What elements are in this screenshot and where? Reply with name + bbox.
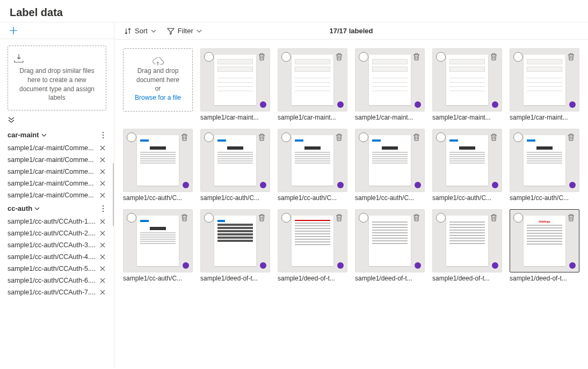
select-checkbox[interactable] — [204, 213, 214, 223]
file-row[interactable]: sample1/car-maint/Comme... — [8, 189, 106, 201]
delete-button[interactable] — [566, 52, 576, 62]
file-row[interactable]: sample1/car-maint/Comme... — [8, 166, 106, 178]
delete-button[interactable] — [334, 132, 344, 142]
select-checkbox[interactable] — [513, 213, 523, 223]
select-checkbox[interactable] — [204, 52, 214, 62]
thumbnail[interactable] — [278, 209, 347, 272]
thumbnail[interactable] — [355, 209, 425, 272]
delete-button[interactable] — [566, 132, 576, 142]
remove-file-button[interactable] — [99, 157, 106, 163]
select-checkbox[interactable] — [436, 132, 446, 142]
document-card[interactable]: sample1/cc-auth/C... — [123, 209, 193, 282]
browse-link[interactable]: Browse for a file — [135, 93, 181, 102]
select-checkbox[interactable] — [513, 52, 523, 62]
delete-button[interactable] — [334, 213, 344, 223]
document-card[interactable]: sample1/car-maint... — [355, 48, 425, 121]
remove-file-button[interactable] — [99, 231, 106, 236]
select-checkbox[interactable] — [281, 132, 291, 142]
document-card[interactable]: sample1/deed-of-t... — [355, 209, 425, 282]
thumbnail[interactable] — [200, 209, 270, 272]
delete-button[interactable] — [411, 213, 421, 223]
delete-button[interactable] — [566, 213, 576, 223]
document-card[interactable]: sample1/cc-auth/C... — [200, 129, 270, 202]
document-card[interactable]: sample1/car-maint... — [200, 48, 270, 121]
document-card[interactable]: sample1/deed-of-t... — [432, 209, 502, 282]
thumbnail[interactable] — [278, 129, 347, 192]
file-row[interactable]: sample1/cc-auth/CCAuth-7.... — [8, 286, 106, 298]
document-card[interactable]: sample1/cc-auth/C... — [278, 129, 347, 202]
file-row[interactable]: sample1/cc-auth/CCAuth-1.... — [8, 216, 106, 227]
file-row[interactable]: sample1/car-maint/Comme... — [8, 154, 106, 166]
thumbnail[interactable] — [432, 129, 502, 192]
group-toggle-car-maint[interactable]: car-maint — [8, 131, 47, 139]
add-button[interactable] — [10, 27, 104, 34]
file-row[interactable]: sample1/car-maint/Comme... — [8, 142, 106, 154]
file-row[interactable]: sample1/cc-auth/CCAuth-5.... — [8, 263, 106, 275]
delete-button[interactable] — [179, 132, 189, 142]
document-card[interactable]: sample1/car-maint... — [432, 48, 502, 121]
select-checkbox[interactable] — [281, 52, 291, 62]
thumbnail[interactable]: Holdings — [510, 209, 579, 272]
remove-file-button[interactable] — [99, 290, 106, 295]
sidebar-scrollbar[interactable] — [113, 163, 114, 227]
sort-button[interactable]: Sort — [124, 27, 156, 35]
remove-file-button[interactable] — [99, 181, 106, 186]
thumbnail[interactable] — [123, 129, 193, 192]
document-card[interactable]: Holdings sample1/deed-of-t... — [510, 209, 579, 282]
group-menu-cc-auth[interactable] — [100, 205, 106, 212]
thumbnail[interactable] — [278, 48, 347, 112]
document-card[interactable]: sample1/car-maint... — [278, 48, 347, 121]
file-row[interactable]: sample1/cc-auth/CCAuth-4.... — [8, 251, 106, 263]
thumbnail[interactable] — [510, 129, 579, 192]
delete-button[interactable] — [257, 213, 266, 223]
thumbnail[interactable] — [200, 129, 270, 192]
select-checkbox[interactable] — [127, 213, 136, 223]
remove-file-button[interactable] — [99, 169, 106, 174]
document-card[interactable]: sample1/deed-of-t... — [278, 209, 347, 282]
thumbnail[interactable] — [355, 48, 425, 112]
delete-button[interactable] — [489, 213, 498, 223]
delete-button[interactable] — [411, 52, 421, 62]
delete-button[interactable] — [257, 52, 266, 62]
select-checkbox[interactable] — [513, 132, 523, 142]
delete-button[interactable] — [489, 132, 498, 142]
remove-file-button[interactable] — [99, 219, 106, 224]
delete-button[interactable] — [489, 52, 498, 62]
document-card[interactable]: sample1/cc-auth/C... — [123, 129, 193, 202]
document-card[interactable]: sample1/cc-auth/C... — [355, 129, 425, 202]
thumbnail[interactable] — [200, 48, 270, 112]
select-checkbox[interactable] — [359, 52, 368, 62]
expand-all-toggle[interactable] — [8, 116, 106, 123]
select-checkbox[interactable] — [359, 213, 368, 223]
remove-file-button[interactable] — [99, 266, 106, 271]
document-card[interactable]: sample1/cc-auth/C... — [432, 129, 502, 202]
thumbnail[interactable] — [510, 48, 579, 112]
remove-file-button[interactable] — [99, 278, 106, 283]
delete-button[interactable] — [257, 132, 266, 142]
group-menu-car-maint[interactable] — [100, 131, 106, 139]
group-toggle-cc-auth[interactable]: cc-auth — [8, 204, 40, 212]
remove-file-button[interactable] — [99, 193, 106, 198]
delete-button[interactable] — [411, 132, 421, 142]
document-card[interactable]: sample1/car-maint... — [510, 48, 579, 121]
select-checkbox[interactable] — [281, 213, 291, 223]
file-row[interactable]: sample1/cc-auth/CCAuth-2.... — [8, 227, 106, 239]
document-card[interactable]: sample1/cc-auth/C... — [510, 129, 579, 202]
sidebar-dropzone[interactable]: Drag and drop similar files here to crea… — [8, 46, 106, 110]
remove-file-button[interactable] — [99, 242, 106, 248]
delete-button[interactable] — [334, 52, 344, 62]
main-dropzone[interactable]: Drag and drop document here or Browse fo… — [123, 48, 193, 112]
remove-file-button[interactable] — [99, 145, 106, 151]
document-card[interactable]: sample1/deed-of-t... — [200, 209, 270, 282]
select-checkbox[interactable] — [359, 132, 368, 142]
thumbnail[interactable] — [355, 129, 425, 192]
select-checkbox[interactable] — [204, 132, 214, 142]
file-row[interactable]: sample1/car-maint/Comme... — [8, 178, 106, 189]
select-checkbox[interactable] — [127, 132, 136, 142]
thumbnail[interactable] — [432, 209, 502, 272]
delete-button[interactable] — [179, 213, 189, 223]
thumbnail[interactable] — [123, 209, 193, 272]
remove-file-button[interactable] — [99, 254, 106, 260]
thumbnail[interactable] — [432, 48, 502, 112]
select-checkbox[interactable] — [436, 213, 446, 223]
